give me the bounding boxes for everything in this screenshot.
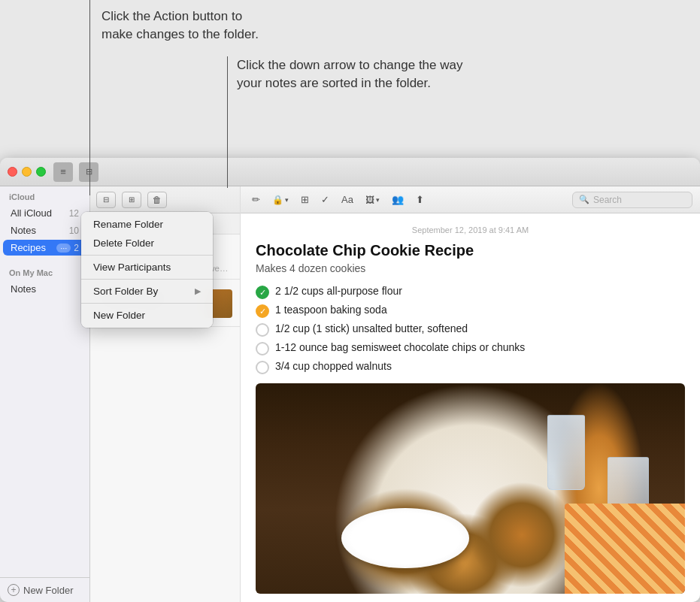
context-menu: Rename Folder Delete Folder View Partici… xyxy=(81,212,213,328)
menu-item-delete[interactable]: Delete Folder xyxy=(81,234,213,253)
menu-item-rename[interactable]: Rename Folder xyxy=(81,215,213,234)
note-image xyxy=(256,383,685,594)
sidebar-item-notes-icloud[interactable]: Notes 10 xyxy=(3,222,86,238)
menu-item-new-folder[interactable]: New Folder xyxy=(81,306,213,325)
rename-label: Rename Folder xyxy=(93,219,163,230)
share-button[interactable]: ⬆ xyxy=(412,192,428,207)
columns-toggle-button[interactable]: ⊟ xyxy=(79,162,98,182)
sidebar-toggle-icon: ≡ xyxy=(60,166,66,177)
sidebar-bottom: + New Folder xyxy=(0,577,89,602)
view-participants-label: View Participants xyxy=(93,262,171,273)
media-dropdown-icon: ▾ xyxy=(376,196,380,204)
sidebar-item-notes-local[interactable]: Notes xyxy=(3,281,86,297)
new-note-icon: ✏ xyxy=(252,194,260,205)
sidebar: iCloud All iCloud 12 Notes 10 Recipes ··… xyxy=(0,186,90,602)
recipes-label: Recipes xyxy=(11,242,56,253)
notes-icloud-label: Notes xyxy=(11,225,69,236)
new-folder-plus-icon: + xyxy=(8,584,20,596)
collab-button[interactable]: 👥 xyxy=(388,192,408,207)
table-button[interactable]: ⊞ xyxy=(297,192,313,207)
on-my-mac-header: On My Mac xyxy=(0,262,89,280)
sidebar-item-all-icloud[interactable]: All iCloud 12 xyxy=(3,205,86,221)
lock-dropdown-icon: ▾ xyxy=(285,196,289,204)
media-button[interactable]: 🖼 ▾ xyxy=(362,193,383,207)
checklist-item-0: ✓ 2 1/2 cups all-purpose flour xyxy=(256,285,685,299)
new-folder-button[interactable]: + New Folder xyxy=(8,584,82,596)
glass-left xyxy=(547,415,585,490)
menu-item-view-participants[interactable]: View Participants xyxy=(81,258,213,277)
recipes-count: 2 xyxy=(74,243,79,253)
traffic-lights xyxy=(8,167,46,177)
annotation-text-1: Click the Action button tomake changes t… xyxy=(102,8,259,44)
new-note-button[interactable]: ✏ xyxy=(248,192,264,207)
format-icon: Aa xyxy=(341,194,353,205)
media-icon: 🖼 xyxy=(365,195,374,205)
collab-icon: 👥 xyxy=(392,194,404,205)
sidebar-item-recipes[interactable]: Recipes ··· 2 xyxy=(3,240,86,256)
checklist-item-4: 3/4 cup chopped walnuts xyxy=(256,360,685,374)
titlebar: ≡ ⊟ xyxy=(0,158,700,186)
format-button[interactable]: Aa xyxy=(338,192,357,207)
sidebar-toggle-button[interactable]: ≡ xyxy=(53,162,73,182)
checklist-item-2: 1/2 cup (1 stick) unsalted butter, softe… xyxy=(256,322,685,337)
menu-separator-1 xyxy=(81,255,213,256)
all-icloud-label: All iCloud xyxy=(11,207,69,219)
delete-note-button[interactable]: 🗑 xyxy=(147,192,167,208)
checkbox-4[interactable] xyxy=(256,361,269,374)
columns-view-button[interactable]: ⊟ xyxy=(96,192,116,208)
menu-item-sort-folder[interactable]: Sort Folder By ▶ xyxy=(81,282,213,301)
close-button[interactable] xyxy=(8,167,17,177)
annotation-area: Click the Action button tomake changes t… xyxy=(0,0,700,158)
notes-icloud-count: 10 xyxy=(69,225,79,236)
recipes-action-dots[interactable]: ··· xyxy=(56,244,71,253)
search-placeholder: Search xyxy=(593,195,622,205)
gallery-view-button[interactable]: ⊞ xyxy=(122,192,141,208)
icloud-header: iCloud xyxy=(0,186,89,204)
checkbox-3[interactable] xyxy=(256,342,269,355)
new-folder-menu-label: New Folder xyxy=(93,310,145,321)
search-icon: 🔍 xyxy=(579,195,589,204)
table-icon: ⊞ xyxy=(301,194,309,205)
new-folder-label: New Folder xyxy=(23,585,73,596)
search-box[interactable]: 🔍 Search xyxy=(572,192,692,208)
note-list-toolbar: ⊟ ⊞ 🗑 xyxy=(90,186,240,213)
note-content: September 12, 2019 at 9:41 AM Chocolate … xyxy=(241,213,700,602)
sort-folder-arrow: ▶ xyxy=(195,286,201,296)
lock-icon: 🔒 xyxy=(272,195,283,205)
note-title[interactable]: Chocolate Chip Cookie Recipe xyxy=(256,242,685,259)
maximize-button[interactable] xyxy=(36,167,46,177)
editor-toolbar: ✏ 🔒 ▾ ⊞ ✓ Aa 🖼 ▾ xyxy=(241,186,700,213)
checkbox-0[interactable]: ✓ xyxy=(256,286,269,299)
sidebar-spacer xyxy=(0,256,89,262)
delete-label: Delete Folder xyxy=(93,237,154,249)
checklist-text-3: 1-12 ounce bag semisweet chocolate chips… xyxy=(275,341,525,353)
checklist-text-1: 1 teaspoon baking soda xyxy=(275,304,387,316)
orange-cloth xyxy=(565,504,685,594)
all-icloud-count: 12 xyxy=(69,208,79,219)
menu-separator-3 xyxy=(81,303,213,304)
share-icon: ⬆ xyxy=(416,194,424,205)
note-subtitle: Makes 4 dozen cookies xyxy=(256,262,685,274)
menu-separator-2 xyxy=(81,279,213,280)
checklist-item-1: ✓ 1 teaspoon baking soda xyxy=(256,304,685,318)
checkbox-1[interactable]: ✓ xyxy=(256,304,269,318)
note-date: September 12, 2019 at 9:41 AM xyxy=(256,225,685,234)
checklist-text-0: 2 1/2 cups all-purpose flour xyxy=(275,285,402,297)
checklist-text-2: 1/2 cup (1 stick) unsalted butter, softe… xyxy=(275,322,468,334)
note-editor: ✏ 🔒 ▾ ⊞ ✓ Aa 🖼 ▾ xyxy=(241,186,700,602)
annotation-text-2: Click the down arrow to change the wayyo… xyxy=(237,56,463,92)
minimize-button[interactable] xyxy=(22,167,32,177)
cookie-plate xyxy=(341,508,469,568)
lock-button[interactable]: 🔒 ▾ xyxy=(268,193,292,207)
checklist-text-4: 3/4 cup chopped walnuts xyxy=(275,360,392,372)
checklist-button[interactable]: ✓ xyxy=(317,192,333,207)
checkbox-2[interactable] xyxy=(256,323,269,337)
checklist-item-3: 1-12 ounce bag semisweet chocolate chips… xyxy=(256,341,685,355)
sort-folder-label: Sort Folder By xyxy=(93,286,158,297)
notes-local-label: Notes xyxy=(11,283,79,295)
checklist-icon: ✓ xyxy=(321,194,329,205)
